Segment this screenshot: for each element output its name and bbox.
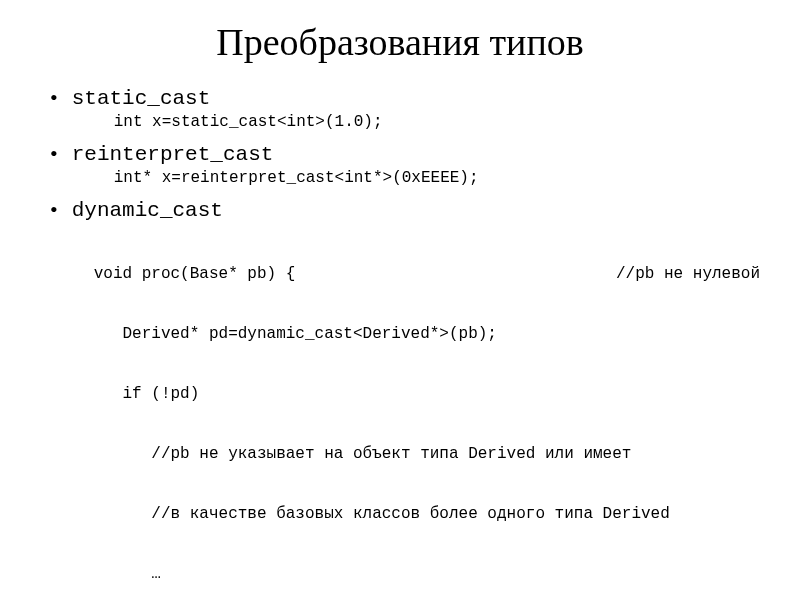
code-block: void proc(Base* pb) { //pb не нулевой De… (72, 224, 760, 600)
cast-name: static_cast (72, 87, 211, 110)
code-comment: //pb не нулевой (616, 264, 760, 284)
code-block: int* x=reinterpret_cast<int*>(0xEEEE); (72, 168, 760, 188)
code-line: //pb не указывает на объект типа Derived… (94, 444, 760, 464)
cast-name: reinterpret_cast (72, 143, 274, 166)
code-block: int x=static_cast<int>(1.0); (72, 112, 760, 132)
code-line: if (!pd) (94, 384, 760, 404)
code-line: … (94, 564, 760, 584)
list-item: static_cast int x=static_cast<int>(1.0); (50, 84, 760, 138)
code-line: //в качестве базовых классов более одног… (94, 504, 760, 524)
slide-content: static_cast int x=static_cast<int>(1.0);… (40, 84, 760, 600)
cast-name: dynamic_cast (72, 199, 223, 222)
slide-title: Преобразования типов (40, 20, 760, 64)
list-item: reinterpret_cast int* x=reinterpret_cast… (50, 140, 760, 194)
bullet-list: static_cast int x=static_cast<int>(1.0);… (40, 84, 760, 600)
code-line: void proc(Base* pb) { (94, 264, 296, 284)
code-line: Derived* pd=dynamic_cast<Derived*>(pb); (94, 324, 760, 344)
list-item: dynamic_cast void proc(Base* pb) { //pb … (50, 196, 760, 600)
